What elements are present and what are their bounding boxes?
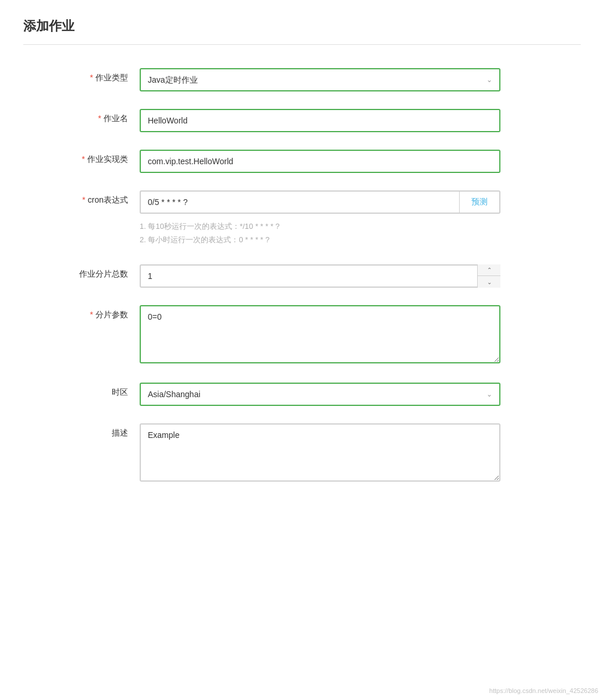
job-name-input[interactable] bbox=[140, 109, 500, 132]
description-textarea[interactable]: Example bbox=[140, 423, 500, 482]
timezone-row: 时区 Asia/Shanghai UTC America/New_York ⌄ bbox=[23, 383, 581, 406]
job-class-row: *作业实现类 bbox=[23, 150, 581, 173]
job-type-control: Java定时作业 Shell脚本作业 HTTP任务 ⌄ bbox=[140, 68, 500, 91]
title-divider bbox=[23, 44, 581, 45]
cron-hints: 1. 每10秒运行一次的表达式：*/10 * * * * ? 2. 每小时运行一… bbox=[140, 220, 500, 247]
job-type-select[interactable]: Java定时作业 Shell脚本作业 HTTP任务 bbox=[140, 68, 500, 91]
description-row: 描述 Example bbox=[23, 423, 581, 483]
job-name-row: *作业名 bbox=[23, 109, 581, 132]
timezone-select[interactable]: Asia/Shanghai UTC America/New_York bbox=[140, 383, 500, 406]
sharding-params-control: 0=0 bbox=[140, 305, 500, 365]
job-name-required-mark: * bbox=[98, 114, 101, 123]
job-class-input[interactable] bbox=[140, 150, 500, 173]
cron-input-row: 预测 bbox=[140, 190, 500, 214]
timezone-label: 时区 bbox=[23, 383, 140, 398]
sharding-params-row: *分片参数 0=0 bbox=[23, 305, 581, 365]
sharding-total-row: 作业分片总数 ⌃ ⌄ bbox=[23, 264, 581, 288]
cron-predict-button[interactable]: 预测 bbox=[459, 190, 500, 214]
page-title: 添加作业 bbox=[23, 17, 581, 35]
sharding-params-required-mark: * bbox=[90, 310, 93, 319]
job-type-select-wrapper: Java定时作业 Shell脚本作业 HTTP任务 ⌄ bbox=[140, 68, 500, 91]
sharding-total-input[interactable] bbox=[140, 264, 500, 288]
sharding-total-label: 作业分片总数 bbox=[23, 264, 140, 280]
timezone-select-wrapper: Asia/Shanghai UTC America/New_York ⌄ bbox=[140, 383, 500, 406]
cron-required-mark: * bbox=[82, 195, 85, 204]
sharding-total-spinners: ⌃ ⌄ bbox=[477, 264, 500, 288]
sharding-total-control: ⌃ ⌄ bbox=[140, 264, 500, 288]
cron-label: *cron表达式 bbox=[23, 190, 140, 206]
sharding-total-decrement[interactable]: ⌄ bbox=[478, 276, 500, 288]
form-container: *作业类型 Java定时作业 Shell脚本作业 HTTP任务 ⌄ *作业名 bbox=[23, 62, 581, 507]
job-type-required-mark: * bbox=[90, 73, 93, 82]
cron-hint-1: 1. 每10秒运行一次的表达式：*/10 * * * * ? bbox=[140, 220, 500, 233]
sharding-total-increment[interactable]: ⌃ bbox=[478, 264, 500, 277]
job-class-label: *作业实现类 bbox=[23, 150, 140, 165]
cron-control: 预测 1. 每10秒运行一次的表达式：*/10 * * * * ? 2. 每小时… bbox=[140, 190, 500, 247]
job-type-row: *作业类型 Java定时作业 Shell脚本作业 HTTP任务 ⌄ bbox=[23, 68, 581, 91]
job-name-control bbox=[140, 109, 500, 132]
sharding-total-wrapper: ⌃ ⌄ bbox=[140, 264, 500, 288]
cron-hint-2: 2. 每小时运行一次的表达式：0 * * * * ? bbox=[140, 233, 500, 246]
job-class-required-mark: * bbox=[82, 154, 85, 164]
job-name-label: *作业名 bbox=[23, 109, 140, 124]
sharding-params-textarea[interactable]: 0=0 bbox=[140, 305, 500, 363]
sharding-params-label: *分片参数 bbox=[23, 305, 140, 320]
cron-row: *cron表达式 预测 1. 每10秒运行一次的表达式：*/10 * * * *… bbox=[23, 190, 581, 247]
job-type-label: *作业类型 bbox=[23, 68, 140, 83]
description-label: 描述 bbox=[23, 423, 140, 439]
watermark: https://blog.csdn.net/weixin_42526286 bbox=[489, 687, 598, 694]
cron-input[interactable] bbox=[140, 190, 459, 214]
timezone-control: Asia/Shanghai UTC America/New_York ⌄ bbox=[140, 383, 500, 406]
description-control: Example bbox=[140, 423, 500, 483]
job-class-control bbox=[140, 150, 500, 173]
